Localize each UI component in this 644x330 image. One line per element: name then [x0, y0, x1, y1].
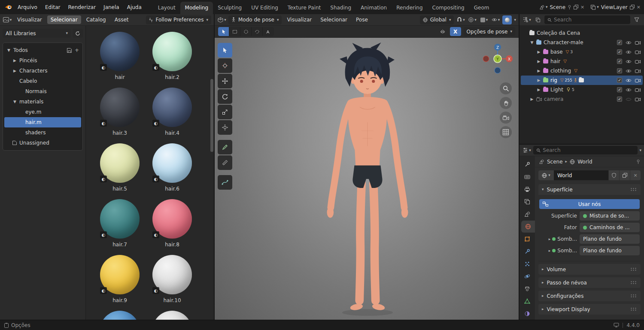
- panel-grip-icon[interactable]: [630, 307, 637, 311]
- breadcrumb-scene[interactable]: Scene: [547, 159, 563, 165]
- tree-item-materials[interactable]: ▼ materials: [4, 97, 81, 107]
- asset-partial-2[interactable]: [146, 311, 198, 320]
- hide-eye-icon[interactable]: [626, 69, 632, 73]
- overlays-dropdown[interactable]: ▾: [491, 15, 500, 24]
- chevron-down-icon[interactable]: ▼: [530, 40, 534, 45]
- world-browse-dropdown[interactable]: ▾: [538, 170, 554, 180]
- hide-eye-icon[interactable]: [626, 41, 632, 45]
- viewlayer-selector[interactable]: ▾ ViewLayer ×: [590, 4, 641, 10]
- tree-item-normais[interactable]: Normais: [4, 86, 81, 97]
- menu-editar[interactable]: Editar: [41, 3, 64, 12]
- select-tweak-button[interactable]: [218, 27, 229, 36]
- editor-type-icon[interactable]: ▾: [217, 15, 227, 24]
- hide-eye-icon[interactable]: [626, 97, 632, 101]
- tab-particles[interactable]: [519, 258, 535, 270]
- asset-hair-8[interactable]: ◐ hair.8: [146, 199, 198, 255]
- chevron-right-icon[interactable]: ▶: [530, 97, 534, 101]
- panel-grip-icon[interactable]: [630, 267, 637, 271]
- select-lasso-button[interactable]: [252, 27, 263, 36]
- asset-hair-9[interactable]: ◐ hair.9: [94, 255, 146, 311]
- viewport-display-panel-header[interactable]: ▸ Viewport Display: [538, 304, 641, 315]
- panel-grip-icon[interactable]: [630, 188, 637, 191]
- import-method-dropdown[interactable]: Follow Preferences ▾: [146, 15, 211, 24]
- move-tool[interactable]: [218, 74, 232, 88]
- properties-search[interactable]: [533, 146, 638, 154]
- checkbox-icon[interactable]: ✓: [617, 40, 622, 45]
- disable-render-camera-icon[interactable]: [635, 78, 641, 82]
- tab-sculpting[interactable]: Sculpting: [213, 2, 246, 14]
- proportional-edit-dropdown[interactable]: ▾: [468, 15, 477, 24]
- tree-item-pinceis[interactable]: ▶ Pincéis: [4, 55, 81, 66]
- outliner-search-input[interactable]: [554, 17, 627, 23]
- asset-hair-4[interactable]: ◐ hair.4: [146, 88, 198, 143]
- menu-selecionar[interactable]: Selecionar: [47, 15, 81, 24]
- chevron-right-icon[interactable]: ▸: [549, 249, 551, 253]
- scale-tool[interactable]: [218, 105, 232, 119]
- asset-hair[interactable]: ◐ hair: [94, 32, 146, 88]
- outliner-row-base[interactable]: ▶ base ▽3 ✓: [521, 47, 643, 57]
- chevron-right-icon[interactable]: ▶: [537, 69, 541, 73]
- editor-type-icon[interactable]: ▾: [3, 15, 12, 24]
- menu-visualizar[interactable]: Visualizar: [283, 15, 315, 24]
- asset-hair-5[interactable]: ◐ hair.5: [94, 143, 146, 199]
- library-dropdown[interactable]: All Libraries ▾: [3, 29, 71, 38]
- outliner-row-rig[interactable]: ▶ rig ▽ 255 ✓: [521, 76, 643, 85]
- tab-object[interactable]: [519, 233, 535, 245]
- save-icon[interactable]: [67, 48, 72, 53]
- tab-object-data[interactable]: [519, 295, 535, 307]
- menu-arquivo[interactable]: Arquivo: [14, 3, 41, 12]
- tab-texture[interactable]: [519, 308, 535, 320]
- select-box-tool[interactable]: [218, 43, 232, 58]
- refresh-library-button[interactable]: [73, 29, 83, 38]
- tree-item-characters[interactable]: ▶ Characters: [4, 66, 81, 76]
- editor-type-icon[interactable]: ▾: [522, 15, 532, 24]
- outliner-row-hair[interactable]: ▶ hair ▽ ✓: [521, 57, 643, 66]
- disable-render-camera-icon[interactable]: [635, 88, 641, 92]
- mode-dropdown[interactable]: Modo de pose ▾: [228, 15, 282, 24]
- outliner-row-scene-collection[interactable]: Coleção da Cena: [521, 28, 643, 38]
- close-icon[interactable]: ×: [637, 4, 641, 10]
- cursor-tool[interactable]: [218, 58, 232, 73]
- tab-world[interactable]: [521, 221, 535, 233]
- pin-icon[interactable]: [636, 159, 640, 164]
- pose-options-dropdown[interactable]: Opções de pose ▾: [464, 27, 515, 36]
- chevron-right-icon[interactable]: ▶: [537, 50, 541, 54]
- checkbox-icon[interactable]: ✓: [617, 68, 622, 73]
- tab-scene[interactable]: [519, 208, 535, 220]
- select-circle-button[interactable]: [240, 27, 252, 36]
- mist-pass-panel-header[interactable]: ▸ Passo de névoa: [538, 277, 641, 288]
- shader-input[interactable]: Plano de fundo: [580, 246, 640, 255]
- new-copy-icon[interactable]: [619, 170, 630, 180]
- chevron-right-icon[interactable]: ▶: [537, 78, 541, 82]
- outliner-row-camera[interactable]: ▶ camera ✓: [521, 94, 643, 104]
- mirror-x-toggle[interactable]: X: [450, 27, 461, 36]
- tree-item-cabelo[interactable]: Cabelo: [4, 76, 81, 86]
- tree-item-hair-m[interactable]: hair.m: [4, 117, 81, 127]
- tab-texture-paint[interactable]: Texture Paint: [283, 2, 325, 14]
- filter-icon[interactable]: [632, 15, 641, 24]
- menu-visualizar[interactable]: Visualizar: [14, 15, 46, 24]
- outliner-display-mode-icon[interactable]: [533, 15, 543, 24]
- editor-type-icon[interactable]: ▾: [522, 146, 532, 155]
- blender-logo-icon[interactable]: [3, 3, 13, 12]
- pin-icon[interactable]: [568, 5, 571, 10]
- menu-catalog[interactable]: Catalog: [83, 15, 109, 24]
- tree-item-eye-m[interactable]: eye.m: [4, 107, 81, 117]
- pan-hand-icon[interactable]: [500, 97, 512, 109]
- tab-output[interactable]: [519, 183, 535, 195]
- navigation-gizmo[interactable]: Z X Y: [482, 43, 513, 75]
- scrollbar[interactable]: [210, 27, 213, 318]
- tree-item-todos[interactable]: ▼ Todos +: [4, 45, 81, 55]
- tree-item-unassigned[interactable]: Unassigned: [4, 138, 81, 148]
- asset-partial-1[interactable]: [94, 311, 146, 320]
- asset-hair-3[interactable]: ◐ hair.3: [94, 88, 146, 143]
- tab-modeling[interactable]: Modeling: [180, 2, 213, 14]
- surface-panel-header[interactable]: ▾ Superfície: [538, 184, 641, 195]
- character-model[interactable]: [302, 39, 431, 318]
- viewport-shading-swatch[interactable]: ▾: [479, 15, 489, 24]
- chevron-right-icon[interactable]: ▶: [537, 59, 541, 64]
- menu-asset[interactable]: Asset: [111, 15, 132, 24]
- chevron-right-icon[interactable]: ▶: [12, 69, 17, 73]
- transform-orientation-dropdown[interactable]: Global ▾: [420, 15, 454, 24]
- properties-search-input[interactable]: [543, 147, 635, 153]
